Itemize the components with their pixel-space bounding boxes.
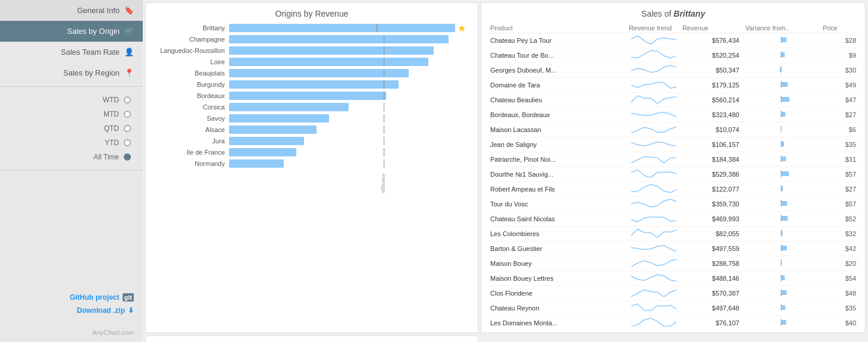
variance-svg <box>745 230 817 236</box>
variance-svg <box>745 156 817 162</box>
revenue-cell: $288,758 <box>679 256 742 271</box>
filter-qtd-radio[interactable] <box>124 125 131 132</box>
filter-wtd[interactable]: WTD <box>12 93 131 107</box>
price-cell: $49 <box>820 78 859 93</box>
svg-rect-14 <box>781 142 784 146</box>
trend-cell <box>626 48 679 63</box>
avg-line <box>384 80 384 89</box>
origins-bar-wrap <box>229 114 466 123</box>
trend-cell <box>626 197 679 212</box>
sales-data-table: Product Revenue trend Revenue Variance f… <box>487 23 859 327</box>
trend-cell <box>626 78 679 93</box>
trend-cell <box>626 286 679 301</box>
filter-alltime[interactable]: All Time <box>12 150 131 164</box>
filter-mtd-radio[interactable] <box>124 111 131 118</box>
origins-chart-title: Origins by Revenue <box>152 9 472 18</box>
trend-cell <box>626 152 679 167</box>
origins-bar-wrap <box>229 125 466 134</box>
sidebar-item-general-info[interactable]: General Info 🔖 <box>0 0 143 21</box>
origins-bar <box>229 125 317 134</box>
bookmark-icon: 🔖 <box>124 6 134 15</box>
sidebar-item-region-label: Sales by Region <box>63 68 120 77</box>
bottom-row: Sales by Region <box>145 335 866 342</box>
origins-bar-wrap <box>229 80 466 89</box>
trend-cell <box>626 63 679 78</box>
sales-title-region: Brittany <box>673 9 705 18</box>
origins-bar-row: Brittany★ <box>229 23 466 33</box>
sparkline-svg <box>629 49 676 60</box>
svg-rect-28 <box>781 246 787 250</box>
sparkline-svg <box>629 258 676 268</box>
svg-rect-36 <box>781 305 785 310</box>
variance-svg <box>745 186 817 192</box>
trend-cell <box>626 256 679 271</box>
variance-cell <box>742 227 820 241</box>
avg-label: Average <box>381 173 387 193</box>
origins-chart-body: Brittany★ChampagneLanguedoc-RoussillonLo… <box>152 23 472 191</box>
product-cell: Tour du Vosc <box>487 197 626 212</box>
filter-ytd-radio[interactable] <box>124 139 131 146</box>
origins-bar-label: Jura <box>152 137 228 145</box>
sparkline-svg <box>629 124 676 134</box>
variance-svg <box>745 290 817 296</box>
variance-svg <box>745 260 817 266</box>
revenue-cell: $497,559 <box>679 241 742 256</box>
table-row: Chateau Saint Nicolas$469,993$52 <box>487 212 859 227</box>
variance-svg <box>745 37 817 43</box>
table-row: Chateau Reynon$497,648$35 <box>487 301 859 316</box>
sidebar-item-sales-by-region[interactable]: Sales by Region 📍 <box>0 62 143 83</box>
revenue-cell: $359,730 <box>679 197 742 212</box>
star-icon: ★ <box>457 23 466 34</box>
origins-bar-row: Beaujolais <box>229 68 466 78</box>
price-cell: $47 <box>820 93 859 108</box>
revenue-cell: $122,077 <box>679 182 742 197</box>
filter-qtd[interactable]: QTD <box>12 121 131 136</box>
revenue-cell: $76,107 <box>679 316 742 327</box>
revenue-cell: $520,254 <box>679 48 742 63</box>
variance-svg <box>745 96 817 102</box>
filter-alltime-label: All Time <box>93 153 119 161</box>
sidebar-item-sales-team-rate[interactable]: Sales Team Rate 👤 <box>0 42 143 62</box>
filter-mtd[interactable]: MTD <box>12 107 131 121</box>
origins-bar-label: Corsica <box>152 103 228 111</box>
product-cell: Robert Ampeau et Fils <box>487 182 626 197</box>
origins-bar-label: Alsace <box>152 126 228 133</box>
sales-panel-title: Sales of Brittany <box>487 9 859 18</box>
sidebar-divider-2 <box>0 170 143 171</box>
product-cell: Chateau Reynon <box>487 301 626 316</box>
product-cell: Les Domaines Monta... <box>487 316 626 327</box>
origins-bar-row: Alsace <box>229 125 466 134</box>
sparkline-svg <box>629 317 676 327</box>
origins-bar-row: Jura <box>229 136 466 146</box>
price-cell: $30 <box>820 63 859 78</box>
sidebar-item-sales-by-origin[interactable]: Sales by Origin 🛒 <box>0 21 143 42</box>
variance-svg <box>745 111 817 117</box>
product-cell: Georges Duboeuf, M... <box>487 63 626 78</box>
origins-bar <box>229 92 386 100</box>
origins-bar-wrap <box>229 159 466 168</box>
filter-alltime-radio[interactable] <box>124 153 131 161</box>
avg-line <box>384 148 384 156</box>
download-link[interactable]: Download .zip ⬇ <box>9 304 134 317</box>
price-cell: $27 <box>820 108 859 123</box>
origins-bar-row: Champagne <box>229 34 466 44</box>
variance-cell <box>742 212 820 227</box>
trend-cell <box>626 167 679 182</box>
avg-line <box>384 46 384 55</box>
product-cell: Patriarche, Pinot Noi... <box>487 152 626 167</box>
sparkline-svg <box>629 287 676 298</box>
sales-panel: Sales of Brittany Product Revenue trend … <box>481 2 866 333</box>
svg-rect-18 <box>781 171 789 176</box>
filter-ytd[interactable]: YTD <box>12 136 131 150</box>
origins-bar-label: Loire <box>152 58 228 65</box>
filter-wtd-radio[interactable] <box>124 96 131 103</box>
sales-table-scroll[interactable]: Product Revenue trend Revenue Variance f… <box>487 23 859 327</box>
price-cell: $42 <box>820 241 859 256</box>
product-cell: Domaine de Tara <box>487 78 626 93</box>
avg-line <box>377 24 377 32</box>
origins-bar-wrap <box>229 137 466 145</box>
price-cell: $32 <box>820 227 859 241</box>
product-cell: Chateau Tour de Bo... <box>487 48 626 63</box>
sidebar-divider <box>0 86 143 87</box>
github-link[interactable]: GitHub project git <box>9 291 134 304</box>
